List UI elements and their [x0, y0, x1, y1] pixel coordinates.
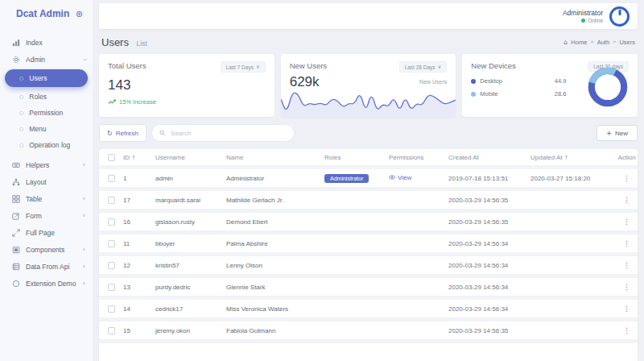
- new-button[interactable]: + New: [597, 125, 638, 141]
- legend-value: 44.9: [555, 77, 567, 85]
- col-header-action: Action: [616, 154, 638, 161]
- sidebar-item-index[interactable]: Index: [0, 34, 93, 51]
- sidebar-item-components[interactable]: Components ›: [0, 241, 93, 258]
- sidebar-item-helpers[interactable]: Helpers ›: [0, 156, 93, 173]
- sidebar-item-table[interactable]: Table ›: [0, 190, 93, 207]
- sidebar-item-menu[interactable]: ○ Menu: [0, 121, 93, 137]
- sidebar: Dcat Admin ⊛ Index Admin › ○ Users ○ Rol…: [0, 0, 93, 361]
- user-status: Online: [563, 18, 603, 23]
- sort-asc-icon: ↑: [131, 155, 136, 161]
- table-row: 16 gislason.rusty Demond Ebert 2020-03-2…: [99, 213, 638, 234]
- breadcrumb-auth[interactable]: Auth: [597, 39, 609, 46]
- row-checkbox[interactable]: [108, 197, 115, 204]
- sidebar-item-admin[interactable]: Admin ›: [0, 51, 93, 68]
- sidebar-item-users[interactable]: ○ Users: [5, 69, 88, 87]
- brand-link[interactable]: Dcat Admin: [16, 8, 69, 19]
- sidebar-item-operation-log[interactable]: ○ Operation log: [0, 137, 93, 153]
- edit-icon: [12, 212, 20, 220]
- sidebar-item-form[interactable]: Form ›: [0, 207, 93, 224]
- row-checkbox[interactable]: [108, 305, 115, 313]
- sidebar-item-label: Form: [26, 212, 77, 220]
- grid-icon: [12, 195, 20, 203]
- row-checkbox[interactable]: [108, 218, 115, 226]
- breadcrumb-separator: »: [590, 39, 593, 45]
- cell-username: admin: [155, 175, 226, 182]
- row-actions-kebab-icon[interactable]: ⋮: [623, 174, 630, 182]
- col-header-permissions: Permissions: [389, 154, 448, 161]
- cell-id: 13: [123, 284, 155, 291]
- mobile-dot-icon: [471, 92, 476, 97]
- row-actions-kebab-icon[interactable]: ⋮: [623, 305, 630, 313]
- cell-username: cedrick17: [155, 305, 226, 313]
- database-icon: [12, 263, 20, 271]
- expand-icon: [12, 229, 20, 237]
- table-header-row: ID↑ Username Name Roles Permissions Crea…: [99, 149, 638, 169]
- cell-id: 11: [123, 240, 155, 247]
- col-header-updated-at[interactable]: Updated At↑: [530, 154, 616, 161]
- row-actions-kebab-icon[interactable]: ⋮: [623, 218, 630, 226]
- page-title: Users: [101, 36, 129, 48]
- col-header-created-at: Created At: [448, 154, 530, 161]
- cell-username: purdy.dedric: [155, 284, 226, 291]
- row-checkbox[interactable]: [108, 327, 115, 334]
- cell-created-at: 2020-03-29 14:56:35: [448, 327, 530, 334]
- sidebar-item-roles[interactable]: ○ Roles: [0, 89, 93, 105]
- refresh-button[interactable]: ↻ Refresh: [99, 124, 147, 142]
- sidebar-item-full-page[interactable]: Full Page: [0, 224, 93, 241]
- bullet-icon: ○: [19, 110, 23, 115]
- col-header-name: Name: [226, 154, 324, 161]
- row-checkbox[interactable]: [108, 240, 115, 247]
- range-dropdown[interactable]: Last 7 Days ∨: [221, 61, 266, 73]
- row-actions-kebab-icon[interactable]: ⋮: [623, 283, 630, 291]
- col-header-id[interactable]: ID↑: [123, 154, 155, 161]
- card-title: New Users: [290, 61, 327, 70]
- chevron-down-icon: ∨: [438, 64, 442, 70]
- circle-icon: [12, 280, 20, 288]
- row-actions-kebab-icon[interactable]: ⋮: [623, 239, 630, 247]
- row-actions-kebab-icon[interactable]: ⋮: [623, 261, 630, 269]
- chevron-down-icon: ›: [80, 58, 87, 60]
- table-row: 1 admin Administrator Administrator View…: [99, 169, 638, 191]
- bullet-icon: ○: [19, 143, 23, 147]
- legend-label: Mobile: [480, 90, 554, 98]
- app: Dcat Admin ⊛ Index Admin › ○ Users ○ Rol…: [0, 0, 644, 361]
- row-actions-kebab-icon[interactable]: ⋮: [623, 196, 630, 204]
- cell-name: Palma Abshire: [226, 240, 324, 247]
- view-permissions-link[interactable]: View: [389, 174, 411, 181]
- sidebar-item-label: Table: [26, 195, 77, 203]
- range-dropdown[interactable]: Last 28 Days ∨: [399, 61, 448, 73]
- table-row: 12 kristin57 Lenny Olson 2020-03-29 14:5…: [99, 256, 638, 278]
- cell-created-at: 2020-03-29 14:56:34: [448, 240, 530, 247]
- sidebar-brand: Dcat Admin ⊛: [0, 0, 93, 27]
- legend-label: Desktop: [480, 77, 554, 85]
- sidebar-item-permission[interactable]: ○ Permission: [0, 105, 93, 121]
- legend-value: 28.6: [555, 90, 567, 98]
- sidebar-item-data-from-api[interactable]: Data From Api ›: [0, 258, 93, 275]
- search-input[interactable]: [169, 129, 287, 138]
- chevron-right-icon: ›: [83, 263, 85, 270]
- bullet-icon: ○: [19, 76, 23, 81]
- breadcrumb-home[interactable]: Home: [571, 39, 587, 46]
- chevron-right-icon: ›: [83, 213, 85, 219]
- sidebar-item-label: Extension Demo: [26, 280, 77, 288]
- row-checkbox[interactable]: [108, 284, 115, 291]
- cell-created-at: 2020-03-29 14:56:35: [448, 197, 530, 204]
- legend-item-desktop: Desktop 44.9: [471, 77, 566, 85]
- chevron-right-icon: ›: [83, 280, 85, 287]
- sidebar-item-extension-demo[interactable]: Extension Demo ›: [0, 275, 93, 292]
- sidebar-toggle-icon[interactable]: ⊛: [76, 9, 83, 19]
- select-all-checkbox[interactable]: [108, 154, 115, 161]
- row-checkbox[interactable]: [108, 262, 115, 269]
- trend-label: 15% Increase: [119, 98, 156, 106]
- bullet-icon: ○: [19, 94, 23, 99]
- avatar[interactable]: [609, 6, 630, 27]
- row-checkbox[interactable]: [108, 175, 115, 182]
- top-navbar: Administrator Online: [99, 3, 638, 29]
- row-actions-kebab-icon[interactable]: ⋮: [623, 326, 630, 334]
- sidebar-item-label: Full Page: [26, 229, 85, 237]
- breadcrumb-users: Users: [619, 39, 635, 46]
- sidebar-item-layout[interactable]: Layout: [0, 173, 93, 190]
- eye-icon: [389, 174, 395, 180]
- user-menu[interactable]: Administrator Online: [563, 6, 630, 27]
- cell-id: 1: [123, 175, 155, 182]
